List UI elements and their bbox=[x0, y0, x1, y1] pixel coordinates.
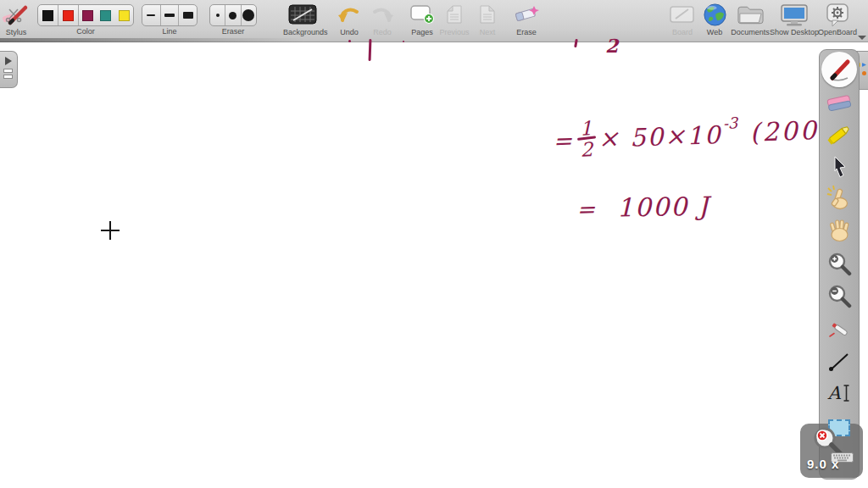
next-page-label: Next bbox=[473, 28, 502, 36]
previous-page-icon bbox=[437, 2, 471, 27]
equation-exponent: -3 bbox=[722, 114, 737, 132]
mini-play-icon bbox=[862, 63, 866, 67]
next-page-button[interactable]: Next bbox=[473, 2, 502, 36]
maroon-swatch[interactable] bbox=[82, 10, 93, 21]
highlighter-tool-button[interactable] bbox=[825, 120, 854, 149]
documents-label: Documents bbox=[727, 28, 773, 36]
zoom-in-icon bbox=[826, 252, 852, 277]
ink-fragment-tick bbox=[574, 39, 578, 47]
web-mode-label: Web bbox=[700, 28, 729, 36]
teal-swatch[interactable] bbox=[100, 10, 111, 21]
erase-all-label: Erase bbox=[509, 28, 544, 36]
equals-sign: = bbox=[553, 127, 573, 154]
openboard-menu-label: OpenBoard bbox=[814, 28, 861, 36]
pen-tool-button[interactable] bbox=[825, 55, 854, 84]
line-thin-button[interactable] bbox=[142, 5, 160, 25]
eraser-group: Eraser bbox=[209, 2, 257, 36]
interact-tool-button[interactable] bbox=[825, 184, 854, 213]
library-drawer-tab[interactable] bbox=[0, 51, 18, 88]
ink-fragment-stroke bbox=[369, 39, 372, 61]
fraction-one-half: 1 2 bbox=[576, 119, 597, 160]
color-more-buttons[interactable] bbox=[78, 5, 133, 25]
backgrounds-icon bbox=[283, 2, 322, 27]
board-mode-icon bbox=[666, 2, 698, 27]
backgrounds-label: Backgrounds bbox=[283, 28, 322, 36]
documents-button[interactable]: Documents bbox=[727, 2, 773, 36]
previous-page-button[interactable]: Previous bbox=[437, 2, 471, 36]
openboard-menu-caret-icon[interactable] bbox=[858, 36, 866, 40]
redo-icon bbox=[367, 2, 398, 27]
ink-fragment-dot bbox=[403, 41, 404, 42]
board-mode-label: Board bbox=[666, 28, 698, 36]
line-medium-button[interactable] bbox=[160, 5, 179, 25]
color-label: Color bbox=[37, 27, 134, 36]
pen-icon bbox=[826, 56, 853, 83]
line-tool-button[interactable] bbox=[825, 347, 854, 376]
equation-body: × 50×10 bbox=[598, 120, 722, 153]
stylus-button[interactable]: Stylus bbox=[0, 2, 32, 36]
black-swatch bbox=[42, 10, 53, 21]
color-black-button[interactable] bbox=[38, 5, 58, 25]
eraser-tool-button[interactable] bbox=[825, 90, 854, 119]
selector-tool-button[interactable] bbox=[825, 152, 854, 181]
mini-gear-icon bbox=[862, 71, 866, 75]
next-page-icon bbox=[473, 2, 502, 27]
text-tool-button[interactable]: A bbox=[825, 379, 854, 408]
documents-folder-icon bbox=[727, 2, 773, 27]
yellow-swatch[interactable] bbox=[119, 10, 130, 21]
laser-pointer-icon bbox=[826, 317, 852, 342]
text-tool-a-glyph: A bbox=[827, 383, 840, 403]
equation-line-1: = 1 2 × 50×10 -3 (200) 2 bbox=[552, 109, 843, 161]
web-globe-icon bbox=[700, 2, 729, 27]
redo-button[interactable]: Redo bbox=[367, 2, 398, 36]
undo-button[interactable]: Undo bbox=[333, 2, 365, 36]
pages-icon bbox=[405, 2, 439, 27]
highlighter-icon bbox=[826, 122, 852, 147]
board-mode-button[interactable]: Board bbox=[666, 2, 698, 36]
ink-fragment-two: 2 bbox=[605, 35, 618, 57]
drawer-grip-icon bbox=[0, 69, 17, 79]
openboard-menu-button[interactable]: OpenBoard bbox=[814, 2, 861, 36]
line-icon bbox=[827, 350, 851, 374]
backgrounds-button[interactable]: Backgrounds bbox=[283, 2, 322, 36]
stylus-icon bbox=[0, 2, 32, 27]
eraser-large-button[interactable] bbox=[241, 5, 256, 25]
expand-right-arrow-icon bbox=[5, 57, 12, 65]
previous-page-label: Previous bbox=[437, 28, 471, 36]
laser-pointer-tool-button[interactable] bbox=[825, 315, 854, 344]
zoom-out-icon bbox=[826, 284, 852, 309]
eraser-icon bbox=[826, 93, 853, 115]
line-label: Line bbox=[142, 27, 198, 36]
magnifier-controls: 9.0 x bbox=[800, 424, 863, 478]
zoom-out-tool-button[interactable] bbox=[825, 282, 854, 311]
open-hand-icon bbox=[826, 218, 853, 242]
show-desktop-button[interactable]: Show Desktop bbox=[770, 2, 819, 36]
line-thick-button[interactable] bbox=[178, 5, 197, 25]
cursor-arrow-icon bbox=[828, 155, 850, 179]
undo-label: Undo bbox=[333, 28, 365, 36]
equals-sign: = bbox=[576, 197, 595, 222]
equation-result: 1000 J bbox=[616, 191, 710, 223]
line-group: Line bbox=[142, 2, 198, 36]
color-red-button[interactable] bbox=[58, 5, 78, 25]
color-group: Color bbox=[37, 2, 134, 36]
erase-all-button[interactable]: Erase bbox=[509, 2, 544, 36]
show-desktop-label: Show Desktop bbox=[770, 28, 819, 36]
show-desktop-icon bbox=[770, 2, 819, 27]
equation-line-2: = 1000 J bbox=[576, 191, 710, 224]
eraser-label: Eraser bbox=[209, 27, 257, 36]
zoom-level-badge: 9.0 x bbox=[807, 457, 839, 471]
whiteboard-canvas[interactable]: 2 = 1 2 × 50×10 -3 (200) 2 = 1000 J bbox=[0, 43, 868, 488]
pages-label: Pages bbox=[405, 28, 439, 36]
hand-pan-tool-button[interactable] bbox=[825, 215, 854, 244]
redo-label: Redo bbox=[367, 28, 398, 36]
eraser-medium-button[interactable] bbox=[225, 5, 240, 25]
pages-button[interactable]: Pages bbox=[405, 2, 439, 36]
web-mode-button[interactable]: Web bbox=[700, 2, 729, 36]
eraser-small-button[interactable] bbox=[210, 5, 225, 25]
ink-fragment-dot bbox=[348, 40, 351, 42]
zoom-in-tool-button[interactable] bbox=[825, 250, 854, 279]
main-toolbar: Stylus Color Line bbox=[0, 0, 868, 42]
stylus-label: Stylus bbox=[0, 28, 32, 36]
pen-crosshair-cursor bbox=[101, 221, 120, 240]
